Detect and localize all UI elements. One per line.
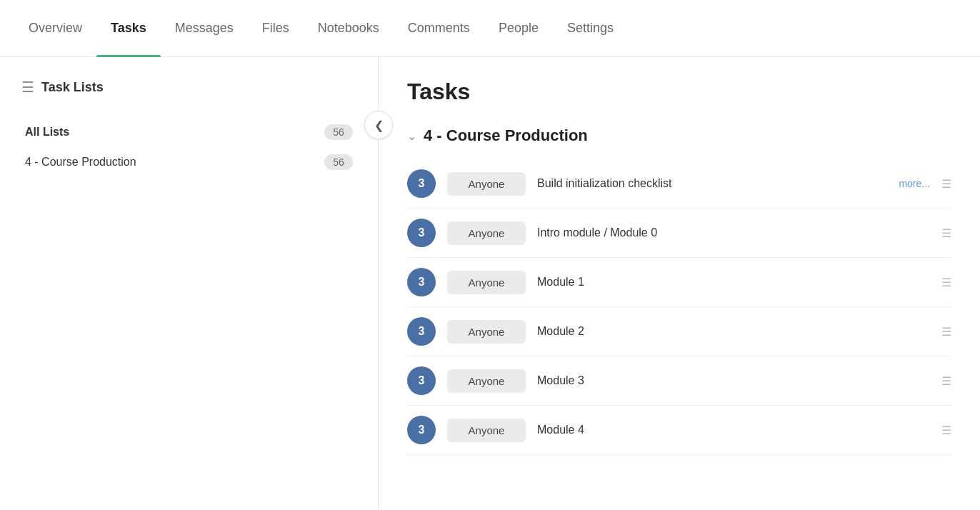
nav-item-overview[interactable]: Overview [14, 0, 96, 57]
nav-item-notebooks[interactable]: Notebooks [304, 0, 394, 57]
table-row: 3AnyoneModule 3☰ [407, 356, 951, 406]
task-name: Intro module / Module 0 [537, 226, 930, 239]
sidebar-item-label-all: All Lists [25, 126, 69, 139]
task-list-icon[interactable]: ☰ [941, 226, 951, 240]
sidebar-item-course[interactable]: 4 - Course Production56 [21, 147, 356, 177]
table-row: 3AnyoneModule 2☰ [407, 307, 951, 356]
nav-item-messages[interactable]: Messages [161, 0, 248, 57]
task-count-badge: 3 [407, 317, 436, 346]
content-area: Tasks ⌄ 4 - Course Production 3AnyoneBui… [379, 57, 980, 510]
top-navigation: OverviewTasksMessagesFilesNotebooksComme… [0, 0, 980, 57]
task-more-link[interactable]: more... [899, 178, 930, 189]
task-name: Module 3 [537, 374, 930, 387]
task-name: Module 4 [537, 424, 930, 436]
sidebar-header: ☰ Task Lists [21, 79, 356, 96]
task-count-badge: 3 [407, 268, 436, 296]
nav-item-tasks[interactable]: Tasks [96, 0, 161, 57]
task-count-badge: 3 [407, 416, 436, 444]
sidebar-item-badge-course: 56 [324, 154, 353, 170]
sidebar-item-all[interactable]: All Lists56 [21, 117, 356, 147]
table-row: 3AnyoneBuild initialization checklistmor… [407, 159, 951, 209]
task-list-icon[interactable]: ☰ [941, 374, 951, 388]
task-list: 3AnyoneBuild initialization checklistmor… [407, 159, 951, 455]
nav-item-people[interactable]: People [484, 0, 553, 57]
assignee-selector[interactable]: Anyone [447, 271, 526, 294]
table-row: 3AnyoneModule 1☰ [407, 258, 951, 307]
task-list-header-icon: ☰ [21, 79, 34, 96]
sidebar-item-badge-all: 56 [324, 124, 353, 140]
task-list-icon[interactable]: ☰ [941, 424, 951, 437]
task-list-icon[interactable]: ☰ [941, 177, 951, 191]
page-title: Tasks [407, 79, 951, 105]
sidebar-list: All Lists564 - Course Production56 [21, 117, 356, 177]
group-collapse-chevron[interactable]: ⌄ [407, 129, 416, 143]
task-name: Build initialization checklist [537, 177, 887, 190]
sidebar-item-label-course: 4 - Course Production [25, 156, 136, 169]
task-count-badge: 3 [407, 169, 436, 198]
main-layout: ☰ Task Lists All Lists564 - Course Produ… [0, 57, 980, 510]
table-row: 3AnyoneModule 4☰ [407, 406, 951, 455]
assignee-selector[interactable]: Anyone [447, 172, 526, 196]
table-row: 3AnyoneIntro module / Module 0☰ [407, 209, 951, 258]
nav-item-comments[interactable]: Comments [394, 0, 484, 57]
sidebar: ☰ Task Lists All Lists564 - Course Produ… [0, 57, 379, 510]
task-list-icon[interactable]: ☰ [941, 325, 951, 339]
task-count-badge: 3 [407, 219, 436, 247]
task-count-badge: 3 [407, 366, 436, 395]
nav-item-settings[interactable]: Settings [553, 0, 628, 57]
task-name: Module 2 [537, 325, 930, 338]
task-name: Module 1 [537, 276, 930, 289]
assignee-selector[interactable]: Anyone [447, 419, 526, 442]
sidebar-title: Task Lists [41, 80, 104, 95]
assignee-selector[interactable]: Anyone [447, 221, 526, 245]
task-group-title: 4 - Course Production [424, 126, 588, 145]
nav-item-files[interactable]: Files [248, 0, 304, 57]
task-group-header: ⌄ 4 - Course Production [407, 126, 951, 145]
task-list-icon[interactable]: ☰ [941, 276, 951, 289]
assignee-selector[interactable]: Anyone [447, 320, 526, 344]
sidebar-collapse-button[interactable]: ❮ [364, 111, 393, 139]
assignee-selector[interactable]: Anyone [447, 369, 526, 393]
